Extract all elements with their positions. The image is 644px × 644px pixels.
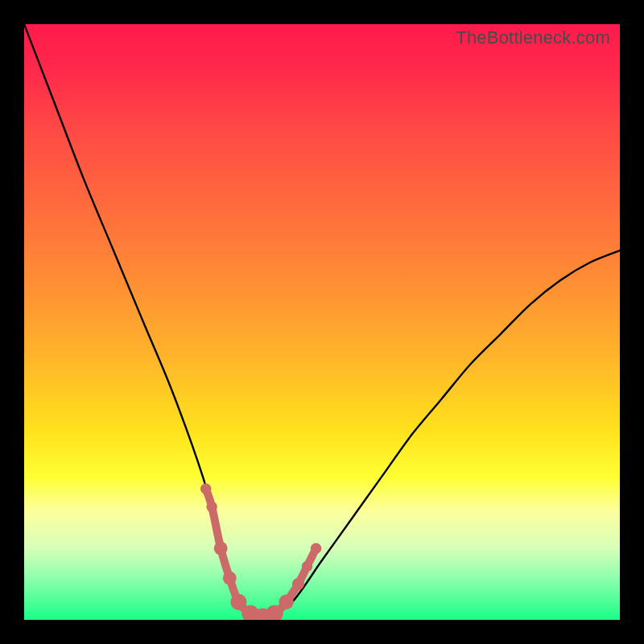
curve-markers: [200, 483, 321, 620]
marker-dot: [230, 594, 246, 610]
marker-dot: [311, 543, 321, 553]
chart-frame: TheBottleneck.com: [0, 0, 644, 644]
marker-dot: [223, 572, 237, 585]
marker-dot: [302, 561, 312, 572]
chart-plot-area: TheBottleneck.com: [24, 24, 620, 620]
marker-dot: [206, 502, 217, 512]
marker-dot: [214, 542, 228, 555]
chart-svg: [24, 24, 620, 620]
marker-dot: [200, 483, 211, 493]
marker-dot: [279, 595, 293, 609]
bottleneck-curve: [24, 24, 620, 618]
marker-dot: [292, 578, 304, 590]
